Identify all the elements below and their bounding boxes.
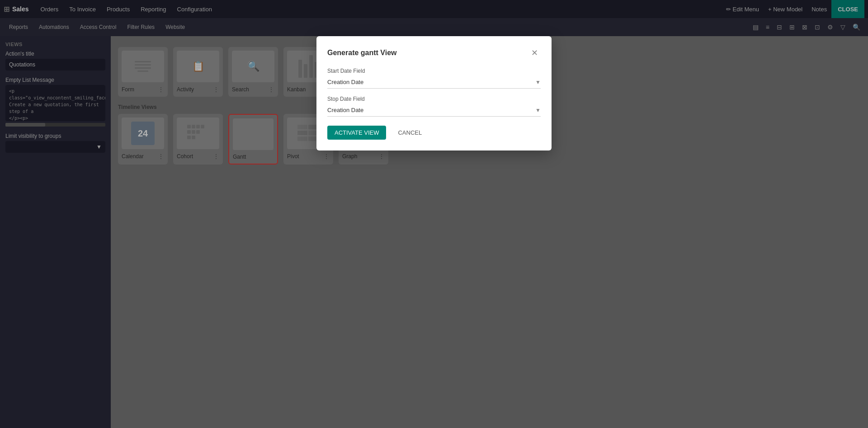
stop-date-field: Stop Date Field Creation Date ▼ <box>327 96 541 117</box>
stop-date-arrow-icon: ▼ <box>535 107 541 113</box>
modal-header: Generate gantt View ✕ <box>327 47 541 59</box>
start-date-select[interactable]: Creation Date ▼ <box>327 76 541 89</box>
start-date-value: Creation Date <box>327 79 363 85</box>
gantt-modal: Generate gantt View ✕ Start Date Field C… <box>316 36 552 151</box>
stop-date-select[interactable]: Creation Date ▼ <box>327 104 541 117</box>
cancel-button[interactable]: CANCEL <box>391 126 429 140</box>
start-date-label: Start Date Field <box>327 68 541 74</box>
modal-overlay: Generate gantt View ✕ Start Date Field C… <box>0 0 868 428</box>
stop-date-label: Stop Date Field <box>327 96 541 102</box>
activate-view-button[interactable]: ACTIVATE VIEW <box>327 126 386 140</box>
start-date-field: Start Date Field Creation Date ▼ <box>327 68 541 89</box>
modal-close-button[interactable]: ✕ <box>528 47 541 59</box>
start-date-arrow-icon: ▼ <box>535 79 541 85</box>
modal-title: Generate gantt View <box>327 49 397 57</box>
modal-actions: ACTIVATE VIEW CANCEL <box>327 126 541 140</box>
stop-date-value: Creation Date <box>327 107 363 113</box>
